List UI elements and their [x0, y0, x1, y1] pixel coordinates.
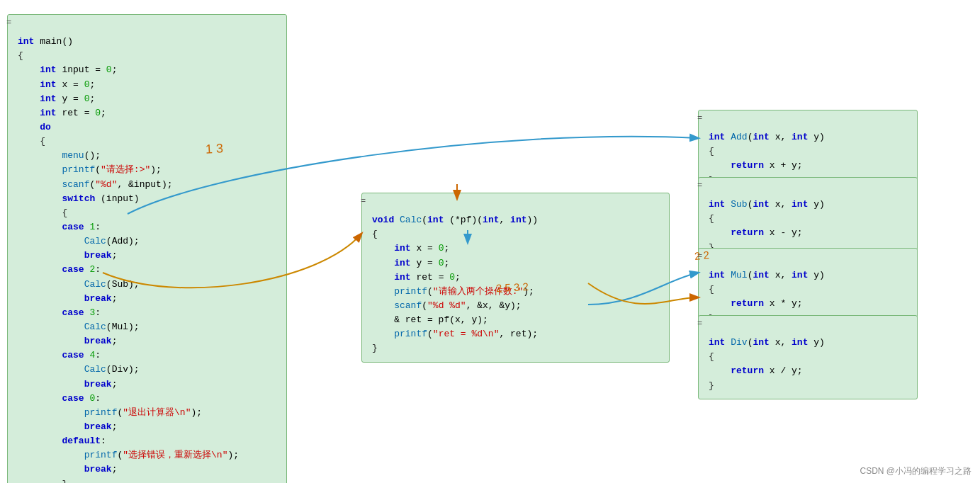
main-code-block: =int main() { int input = 0; int x = 0; …	[7, 14, 287, 483]
annotation-calc-nums: 2 5 3 2	[496, 280, 529, 294]
calc-code-block: =void Calc(int (*pf)(int, int)) { int x …	[361, 193, 670, 363]
annotation-1: 1 3	[205, 141, 223, 157]
div-code-block: =int Div(int x, int y) { return x / y; }	[698, 315, 918, 399]
annotation-blue-1: 2 2	[694, 249, 709, 262]
watermark: CSDN @小冯的编程学习之路	[860, 465, 971, 477]
